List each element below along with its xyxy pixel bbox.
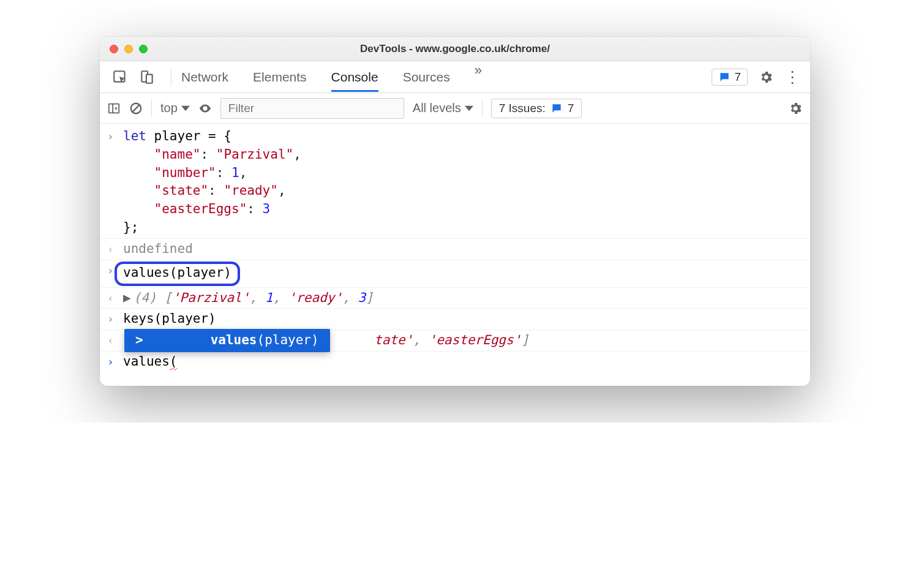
- console-output-row[interactable]: tate', 'easterEggs'] > values(player): [100, 330, 810, 351]
- inspect-icon[interactable]: [112, 69, 128, 85]
- console-live-input-row[interactable]: values(: [100, 351, 810, 372]
- tab-network[interactable]: Network: [181, 62, 228, 92]
- undefined-result: undefined: [123, 241, 193, 256]
- code-block: let player = { "name": "Parzival", "numb…: [123, 127, 802, 237]
- device-toggle-icon[interactable]: [139, 69, 155, 85]
- console-filterbar: top All levels 7 Issues: 7: [100, 93, 810, 124]
- svg-rect-3: [109, 104, 119, 113]
- more-tabs-icon[interactable]: »: [475, 62, 482, 92]
- eye-icon[interactable]: [198, 102, 212, 115]
- log-level-selector[interactable]: All levels: [413, 101, 473, 115]
- divider: [171, 69, 171, 86]
- devtools-window: DevTools - www.google.co.uk/chrome/ Netw…: [100, 37, 810, 386]
- input-marker-icon: [107, 353, 123, 371]
- filter-input[interactable]: [220, 98, 404, 119]
- console-output[interactable]: let player = { "name": "Parzival", "numb…: [100, 124, 810, 386]
- level-label: All levels: [413, 101, 461, 115]
- syntax-error-underline: (: [170, 354, 178, 369]
- clear-console-icon[interactable]: [129, 102, 143, 115]
- window-title: DevTools - www.google.co.uk/chrome/: [100, 43, 810, 55]
- messages-badge[interactable]: 7: [712, 69, 748, 86]
- devtools-tabbar: Network Elements Console Sources » 7 ⋮: [100, 61, 810, 93]
- input-marker-icon: [107, 310, 123, 328]
- tab-sources[interactable]: Sources: [403, 62, 450, 92]
- highlighted-call: values(player): [115, 262, 240, 286]
- sidebar-toggle-icon[interactable]: [107, 102, 121, 115]
- issues-label: 7 Issues:: [499, 102, 546, 115]
- console-output-row[interactable]: ▶(4) ['Parzival', 1, 'ready', 3]: [100, 287, 810, 309]
- issues-button[interactable]: 7 Issues: 7: [491, 99, 582, 118]
- svg-rect-2: [146, 74, 152, 83]
- divider: [151, 100, 152, 117]
- tab-console[interactable]: Console: [331, 62, 378, 92]
- issues-count: 7: [568, 102, 574, 115]
- console-input-row: let player = { "name": "Parzival", "numb…: [100, 124, 810, 238]
- chevron-down-icon: [465, 104, 473, 113]
- chevron-down-icon: [181, 104, 190, 113]
- messages-count: 7: [734, 70, 741, 84]
- divider: [482, 100, 483, 117]
- svg-point-5: [204, 107, 206, 110]
- input-marker-icon: [107, 127, 123, 237]
- autocomplete-popup[interactable]: > values(player): [124, 329, 330, 352]
- autocomplete-args: (player): [257, 333, 319, 347]
- context-selector[interactable]: top: [160, 101, 190, 115]
- console-input-row: values(player): [100, 260, 810, 287]
- context-label: top: [160, 101, 178, 115]
- output-marker-icon: [107, 240, 123, 258]
- console-input-row: keys(player): [100, 308, 810, 330]
- code-line: keys(player): [123, 310, 802, 328]
- console-output-row: undefined: [100, 238, 810, 260]
- autocomplete-caret-icon: >: [135, 331, 143, 350]
- window-titlebar: DevTools - www.google.co.uk/chrome/: [100, 37, 810, 61]
- kebab-menu-icon[interactable]: ⋮: [784, 69, 800, 85]
- autocomplete-match: values: [211, 333, 257, 347]
- gear-icon[interactable]: [788, 101, 803, 116]
- svg-rect-0: [114, 71, 124, 81]
- expand-icon[interactable]: ▶: [123, 290, 131, 305]
- output-marker-icon: [107, 289, 123, 307]
- gear-icon[interactable]: [759, 70, 773, 85]
- tab-elements[interactable]: Elements: [253, 62, 307, 92]
- output-marker-icon: [107, 331, 123, 350]
